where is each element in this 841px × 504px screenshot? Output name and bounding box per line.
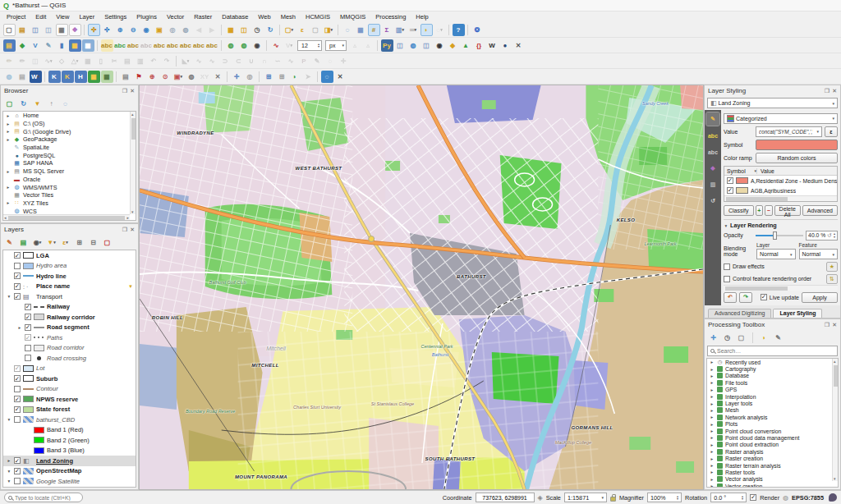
layer-visibility-checkbox[interactable] (14, 293, 21, 300)
collapse-arrow-icon[interactable]: ▾ (724, 223, 728, 228)
toolbar-icon[interactable] (266, 40, 267, 51)
statistics-summary[interactable]: Σ (381, 24, 393, 36)
layer-visibility-checkbox[interactable] (25, 304, 31, 310)
toolbox-group[interactable]: ▸ Point cloud extraction (707, 442, 838, 448)
browser-item[interactable]: ▦ SAP HANA (3, 159, 136, 167)
layer-item[interactable]: Railway corridor ▼ (3, 312, 136, 323)
layer-item[interactable]: Paths ▼ (3, 332, 136, 343)
layer-visibility-checkbox[interactable] (14, 468, 21, 474)
menu-item[interactable]: Project (2, 12, 30, 21)
browser-item[interactable]: ● PostgreSQL (3, 151, 136, 159)
menu-item[interactable]: Web (253, 12, 275, 21)
enable-advanced-digitizing[interactable]: ◣ (180, 55, 192, 67)
browser-item[interactable]: ▸ ▤ C:\ (OS) (3, 120, 136, 128)
new-geopackage-layer[interactable]: ◆ (16, 39, 29, 52)
toolbox-history[interactable]: ◷ (722, 332, 733, 343)
category-checkbox[interactable] (727, 187, 733, 194)
html-export[interactable]: H (75, 71, 87, 83)
menu-item[interactable]: Mesh (276, 12, 301, 21)
layer-item[interactable]: Road corridor ▼ (3, 343, 136, 354)
layer-item[interactable]: Band 1 (Red) ▼ (3, 425, 136, 436)
zoom-in[interactable]: ⊕ (114, 24, 126, 36)
cursor-tool[interactable]: ➤ (302, 71, 315, 83)
layer-item[interactable]: ▸ Road segment ▼ (3, 323, 136, 333)
add-feature[interactable]: ◇ (56, 55, 68, 67)
save-layer-edits[interactable]: ◫ (30, 55, 42, 67)
toolbar-icon[interactable] (467, 25, 468, 35)
toolbox-group[interactable]: ▸ Raster creation (707, 455, 838, 461)
style-manager[interactable]: ❖ (69, 24, 81, 36)
rotation-spinner[interactable]: 0.0 °▴▾ (710, 493, 747, 502)
browser-item[interactable]: ▸ ▤ G:\ (Google Drive) (3, 127, 136, 135)
toolbar-icon[interactable] (116, 71, 117, 82)
area-selector[interactable]: ▣ (172, 71, 185, 83)
browser-item[interactable]: ▸ ∷ XYZ Tiles (3, 199, 136, 208)
toolbar-icon[interactable] (279, 25, 280, 35)
float-panel-icon[interactable]: ❐ (122, 88, 127, 94)
table-hscrollbar[interactable] (724, 195, 837, 201)
unit-select[interactable]: px▾ (325, 40, 347, 51)
toolbox-tool-icon[interactable] (752, 332, 753, 343)
control-order-checkbox[interactable] (724, 276, 730, 282)
layer-item[interactable]: Place name ▼ (3, 282, 136, 292)
toolbox-options[interactable]: ✎ (773, 332, 784, 343)
label-tool-extra-1[interactable]: abc (193, 39, 205, 52)
layers-add-group[interactable]: ▤ (18, 237, 29, 248)
toolbar-icon[interactable] (97, 40, 98, 51)
close-panel-icon[interactable]: ✕ (832, 322, 837, 328)
map-tips[interactable]: ◗ (420, 24, 433, 36)
layers-filter-expression[interactable]: ε (60, 237, 71, 248)
new-project[interactable]: ▢ (3, 24, 16, 36)
toolbox-search[interactable] (707, 346, 838, 356)
toolbox-models[interactable]: ✛ (708, 332, 719, 343)
renderer-select[interactable]: Categorized ▾ (724, 113, 838, 124)
layer-item[interactable]: Hydro area ▼ (3, 261, 136, 272)
rotate-label[interactable]: abc (167, 39, 179, 52)
zoom-to-layer[interactable]: ◍ (180, 24, 192, 36)
add-raster-layer[interactable]: ▦ (69, 39, 81, 52)
toolbar-icon[interactable] (176, 56, 177, 66)
toolbar-icon[interactable] (377, 40, 378, 51)
menu-item[interactable]: HCMGIS (301, 12, 335, 21)
opacity-slider[interactable] (756, 231, 803, 240)
close-panel-icon[interactable]: ✕ (130, 227, 135, 233)
layer-item[interactable]: Suburb ▼ (3, 373, 136, 384)
close-panel-icon[interactable]: ✕ (832, 88, 837, 94)
toolbox-group[interactable]: ▸ Raster tools (707, 469, 838, 475)
dem-terrain-tool[interactable]: ▲ (460, 39, 472, 52)
category-checkbox[interactable] (727, 177, 733, 184)
node-tool-disabled-1[interactable]: ▵ (349, 39, 361, 52)
toolbar-icon[interactable] (227, 71, 227, 82)
styling-layer-select[interactable]: ◧ Land Zoning ▾ (707, 98, 838, 108)
menu-item[interactable]: Database (217, 12, 253, 21)
category-row[interactable]: A,Residential Zone - Medium Density Resi… (724, 176, 837, 186)
expression-builder-button[interactable]: ε (825, 126, 838, 137)
redo[interactable]: ↷ (161, 55, 173, 67)
browser-item[interactable]: ▦ Vector Tiles (3, 191, 136, 199)
layer-visibility-checkbox[interactable] (14, 263, 21, 269)
field-calculator[interactable]: # (368, 24, 380, 36)
toolbox-results-viewer[interactable]: ▢ (736, 332, 747, 343)
zoom-to-selection[interactable]: ◎ (167, 24, 179, 36)
layers-collapse-all[interactable]: ⊟ (88, 237, 99, 248)
layer-visibility-checkbox[interactable] (14, 283, 21, 290)
reset-icon[interactable]: ↺ (827, 232, 832, 239)
toolbar-icon[interactable] (317, 71, 318, 82)
menu-item[interactable]: Vector (162, 12, 189, 21)
metasearch-green-1[interactable]: ◍ (225, 39, 237, 52)
toolbox-group[interactable]: ▸ Raster analysis (707, 448, 838, 455)
layer-visibility-checkbox[interactable] (14, 478, 21, 484)
copy-features[interactable]: ▤ (122, 55, 134, 67)
raster-style-tool[interactable]: ▦ (88, 71, 100, 83)
layer-visibility-checkbox[interactable] (25, 314, 31, 320)
layer-visibility-checkbox[interactable] (25, 355, 31, 361)
layer-visibility-checkbox[interactable] (14, 386, 21, 392)
magnifier-spinner[interactable]: 100%▴▾ (647, 493, 682, 502)
menu-item[interactable]: Edit (30, 12, 51, 21)
help[interactable]: ? (453, 24, 465, 36)
menu-item[interactable]: Layer (74, 12, 99, 21)
layer-item[interactable]: State forest ▼ (3, 405, 136, 415)
layer-item[interactable]: ▾ Google Satellite ▼ (3, 476, 136, 487)
copy-canvas[interactable]: ▤ (120, 71, 132, 83)
zoom-native[interactable]: ◉ (140, 24, 153, 36)
